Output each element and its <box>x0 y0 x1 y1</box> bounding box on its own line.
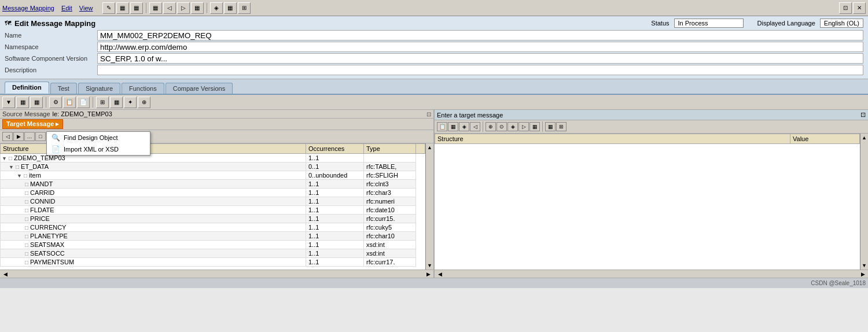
right-h-scroll[interactable]: ◀ ▶ <box>435 270 868 278</box>
right-table-wrapper[interactable]: Structure Value <box>435 134 860 270</box>
table-row[interactable]: □ CONNID 1..1 rfc:numeri <box>1 197 425 206</box>
left-scrollbar-v[interactable]: ▲ ▼ <box>425 143 433 270</box>
table-row[interactable]: □ SEATSOCC 1..1 xsd:int <box>1 249 425 258</box>
row-type: rfc:curr15. <box>364 215 416 223</box>
right-scrollbar-v[interactable]: ▲ ▼ <box>860 134 868 270</box>
table-row[interactable]: ▼ □ ET_DATA 0..1 rfc:TABLE, <box>1 163 425 171</box>
right-scroll-down[interactable]: ▼ <box>862 263 867 268</box>
rt-btn-8[interactable]: ▷ <box>518 122 529 131</box>
row-occurrences: 1..1 <box>306 241 364 249</box>
resize-btn[interactable]: ⊡ <box>839 2 852 14</box>
dropdown-import-xml-xsd[interactable]: 📄 Import XML or XSD <box>47 143 150 155</box>
tab-functions[interactable]: Functions <box>122 83 164 94</box>
rt-btn-5[interactable]: ⊕ <box>486 122 496 131</box>
rt-btn-3[interactable]: ◈ <box>459 122 469 131</box>
header-title-row: 🗺 Edit Message Mapping Status In Process… <box>5 19 863 28</box>
field-namespace-row: Namespace <box>5 42 863 52</box>
rt-sep2 <box>542 121 543 132</box>
right-scroll-left[interactable]: ◀ <box>435 270 445 278</box>
toolbar-doc[interactable]: 📄 <box>77 97 90 108</box>
field-name-row: Name <box>5 30 863 40</box>
right-h-scroll-track[interactable] <box>445 270 858 278</box>
toolbar-btn-10[interactable]: ⊞ <box>238 2 251 14</box>
toolbar-btn-4[interactable]: ▦ <box>149 2 162 14</box>
target-message-btn[interactable]: Target Message ▸ <box>2 119 63 129</box>
lang-label: Displayed Language <box>757 20 815 27</box>
table-row[interactable]: □ PAYMENTSUM 1..1 rfc:curr17. <box>1 258 425 267</box>
left-panel-content: Structure Occurrences Type ▼ □ ZDEMO_TEM… <box>0 143 433 270</box>
toolbar-btn-9[interactable]: ▦ <box>224 2 237 14</box>
lt-btn-3[interactable]: … <box>24 132 35 141</box>
tab-signature[interactable]: Signature <box>78 83 120 94</box>
table-row[interactable]: □ CARRID 1..1 rfc:char3 <box>1 189 425 197</box>
rt-btn-6[interactable]: ⊙ <box>496 122 507 131</box>
toolbar-star[interactable]: ✦ <box>124 97 137 108</box>
table-row[interactable]: □ SEATSMAX 1..1 xsd:int <box>1 241 425 249</box>
toolbar-btn-5[interactable]: ◁ <box>163 2 176 14</box>
tab-test[interactable]: Test <box>50 83 77 94</box>
lt-btn-4[interactable]: □ <box>35 132 46 141</box>
toolbar-grid3[interactable]: ⊞ <box>96 97 109 108</box>
row-occurrences: 1..1 <box>306 223 364 232</box>
table-row[interactable]: ▼ □ item 0..unbounded rfc:SFLIGH <box>1 171 425 180</box>
menu-edit[interactable]: Edit <box>61 5 72 12</box>
toolbar-btn-7[interactable]: ▦ <box>191 2 204 14</box>
right-scroll-up[interactable]: ▲ <box>862 135 867 141</box>
rt-btn-4[interactable]: ◁ <box>470 122 480 131</box>
tab-compare-versions[interactable]: Compare Versions <box>165 83 233 94</box>
toolbar-gear[interactable]: ⚙ <box>49 97 62 108</box>
table-row[interactable]: □ CURRENCY 1..1 rfc:cuky5 <box>1 223 425 232</box>
toolbar-btn-1[interactable]: ✎ <box>102 2 115 14</box>
toolbar-copy[interactable]: 📋 <box>63 97 76 108</box>
toolbar-btn-8[interactable]: ◈ <box>210 2 223 14</box>
left-h-scroll[interactable]: ◀ ▶ <box>0 270 433 278</box>
toolbar-btn-3[interactable]: ▦ <box>130 2 143 14</box>
table-row[interactable]: □ MANDT 1..1 rfc:clnt3 <box>1 180 425 189</box>
menu-links: Message Mapping Edit View <box>2 5 93 12</box>
right-col-value: Value <box>790 134 860 144</box>
name-label: Name <box>5 32 97 39</box>
rt-btn-11[interactable]: ⊞ <box>556 122 567 131</box>
h-scroll-track[interactable] <box>10 270 423 278</box>
rt-btn-2[interactable]: ▦ <box>448 122 458 131</box>
rt-btn-1[interactable]: 📋 <box>437 122 447 131</box>
rt-btn-9[interactable]: ▦ <box>529 122 540 131</box>
close-btn[interactable]: ✕ <box>853 2 866 14</box>
left-table-wrapper[interactable]: Structure Occurrences Type ▼ □ ZDEMO_TEM… <box>0 143 425 270</box>
row-type: xsd:int <box>364 249 416 258</box>
rt-btn-7[interactable]: ◈ <box>507 122 518 131</box>
toolbar-btn-6[interactable]: ▷ <box>177 2 190 14</box>
name-input[interactable] <box>97 30 863 40</box>
toolbar-grid2[interactable]: ▦ <box>30 97 43 108</box>
scv-input[interactable] <box>97 53 863 64</box>
right-panel: Enter a target message ⊡ 📋 ▦ ◈ ◁ ⊕ ⊙ ◈ ▷… <box>435 110 868 278</box>
scroll-up[interactable]: ▲ <box>427 145 432 150</box>
toolbar-grid4[interactable]: ▦ <box>110 97 123 108</box>
scroll-down[interactable]: ▼ <box>427 263 432 268</box>
menu-view[interactable]: View <box>79 5 93 12</box>
toolbar-copy2[interactable]: ⊕ <box>138 97 150 108</box>
row-occurrences: 1..1 <box>306 197 364 206</box>
namespace-input[interactable] <box>97 42 863 52</box>
table-row[interactable]: □ PLANETYPE 1..1 rfc:char10 <box>1 232 425 241</box>
table-row[interactable]: □ PRICE 1..1 rfc:curr15. <box>1 215 425 223</box>
right-col-structure: Structure <box>435 134 790 144</box>
scroll-right[interactable]: ▶ <box>423 270 433 278</box>
table-row[interactable]: □ FLDATE 1..1 rfc:date10 <box>1 206 425 215</box>
desc-input[interactable] <box>97 65 863 75</box>
rt-btn-10[interactable]: ▦ <box>545 122 556 131</box>
row-occurrences: 1..1 <box>306 232 364 241</box>
toolbar-btn-2[interactable]: ▦ <box>116 2 129 14</box>
toolbar-arrow-down[interactable]: ▼ <box>2 97 15 108</box>
scroll-left[interactable]: ◀ <box>0 270 10 278</box>
tsep2 <box>93 97 93 108</box>
tab-definition[interactable]: Definition <box>5 82 49 94</box>
row-occurrences: 1..1 <box>306 206 364 215</box>
right-scroll-right[interactable]: ▶ <box>858 270 868 278</box>
lt-btn-2[interactable]: ▶ <box>13 132 24 141</box>
menu-message-mapping[interactable]: Message Mapping <box>2 5 54 12</box>
lt-btn-1[interactable]: ◁ <box>2 132 13 141</box>
source-value: le: ZDEMO_TEMP03 <box>53 110 112 117</box>
dropdown-find-design-object[interactable]: 🔍 Find Design Object <box>47 132 150 143</box>
toolbar-grid1[interactable]: ▦ <box>16 97 29 108</box>
